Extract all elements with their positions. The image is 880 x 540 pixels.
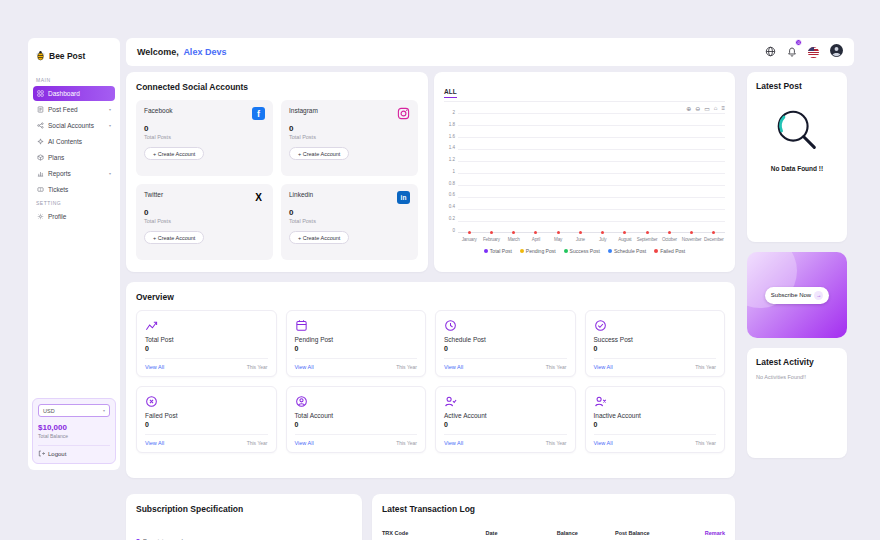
subscribe-banner: Subscribe Now → <box>747 252 847 338</box>
legend-dot <box>484 249 488 253</box>
x-tick: August <box>614 237 636 242</box>
x-tick: March <box>503 237 525 242</box>
user-check-icon <box>444 395 457 408</box>
legend-item[interactable]: Success Post <box>564 248 600 254</box>
total-balance-value: $10,000 <box>38 423 110 432</box>
sidebar-item-label: Reports <box>48 170 71 177</box>
language-flag-icon[interactable] <box>808 47 819 58</box>
magnifier-illustration <box>772 105 822 155</box>
logout-button[interactable]: Logout <box>38 445 110 458</box>
view-all-link[interactable]: View All <box>145 440 164 446</box>
view-all-link[interactable]: View All <box>444 364 463 370</box>
social-accounts-icon <box>37 122 44 129</box>
sidebar-item-post-feed[interactable]: Post Feed ▾ <box>33 102 115 117</box>
app-logo[interactable]: Bee Post <box>33 44 115 74</box>
create-account-button[interactable]: + Create Account <box>289 231 349 244</box>
subscribe-now-button[interactable]: Subscribe Now → <box>765 287 829 304</box>
period-label: This Year <box>247 440 268 446</box>
notifications-button[interactable]: 0 <box>787 43 797 61</box>
sidebar-section-main: MAIN <box>36 77 112 83</box>
selection-icon[interactable]: ▭ <box>704 105 710 112</box>
subscribe-label: Subscribe Now <box>771 292 811 298</box>
sidebar-item-label: Tickets <box>48 186 68 193</box>
y-tick: 0.4 <box>444 205 455 210</box>
period-label: This Year <box>247 364 268 370</box>
col-date: Date <box>486 530 557 536</box>
overview-tile-active-account: Active Account 0 View All This Year <box>435 386 576 453</box>
y-axis: 2 1.8 1.6 1.4 1.2 1 0.8 0.6 0.4 0.2 0 <box>444 111 458 233</box>
sidebar-item-dashboard[interactable]: Dashboard <box>33 86 115 101</box>
user-circle-icon <box>295 395 308 408</box>
instagram-card: Instagram 0 Total Posts + Create Account <box>281 100 418 176</box>
x-tick: February <box>480 237 502 242</box>
view-all-link[interactable]: View All <box>295 364 314 370</box>
home-icon[interactable]: ⌂ <box>714 105 718 112</box>
app-name: Bee Post <box>49 51 85 61</box>
chart-tab-all[interactable]: ALL <box>444 88 457 98</box>
overview-tile-total-account: Total Account 0 View All This Year <box>286 386 427 453</box>
create-account-button[interactable]: + Create Account <box>144 231 204 244</box>
period-label: This Year <box>695 364 716 370</box>
sidebar-item-label: Profile <box>48 213 66 220</box>
linkedin-icon: in <box>397 191 410 204</box>
facebook-card: Facebook f 0 Total Posts + Create Accoun… <box>136 100 273 176</box>
transaction-table-header: TRX Code Date Balance Post Balance Remar… <box>382 530 725 536</box>
post-count: 0 <box>289 124 293 133</box>
create-account-button[interactable]: + Create Account <box>289 147 349 160</box>
legend-item[interactable]: Pending Post <box>520 248 556 254</box>
tickets-icon <box>37 186 44 193</box>
clock-icon <box>444 319 457 332</box>
latest-activity-card: Latest Activity No Activities Found!! <box>747 348 847 458</box>
sidebar-item-plans[interactable]: Plans <box>33 150 115 165</box>
legend-item[interactable]: Failed Post <box>654 248 685 254</box>
legend-item[interactable]: Total Post <box>484 248 512 254</box>
avatar[interactable] <box>830 43 843 61</box>
no-activities-text: No Activities Found!! <box>756 374 838 380</box>
view-all-link[interactable]: View All <box>145 364 164 370</box>
globe-icon[interactable] <box>765 43 776 61</box>
ai-contents-icon <box>37 138 44 145</box>
user-x-icon <box>594 395 607 408</box>
x-tick: January <box>458 237 480 242</box>
overview-card: Overview Total Post 0 View All This Year… <box>126 282 735 478</box>
sidebar-item-social-accounts[interactable]: Social Accounts ▾ <box>33 118 115 133</box>
latest-post-card: Latest Post No Data Found !! <box>747 72 847 242</box>
create-account-button[interactable]: + Create Account <box>144 147 204 160</box>
legend-item[interactable]: Schedule Post <box>608 248 646 254</box>
sidebar: Bee Post MAIN Dashboard Post Feed ▾ Soci… <box>28 38 120 470</box>
total-balance-label: Total Balance <box>38 433 110 439</box>
col-remark: Remark <box>680 530 725 536</box>
bee-icon <box>35 47 46 65</box>
app-root: Bee Post MAIN Dashboard Post Feed ▾ Soci… <box>0 0 880 540</box>
post-count-label: Total Posts <box>289 134 316 140</box>
view-all-link[interactable]: View All <box>444 440 463 446</box>
zoom-in-icon[interactable]: ⊕ <box>686 105 691 112</box>
currency-select[interactable]: USD ▾ <box>38 404 110 417</box>
latest-activity-title: Latest Activity <box>756 357 838 367</box>
y-tick: 1.2 <box>444 158 455 163</box>
sidebar-item-ai-contents[interactable]: AI Contents <box>33 134 115 149</box>
view-all-link[interactable]: View All <box>594 364 613 370</box>
currency-value: USD <box>43 408 55 414</box>
zoom-out-icon[interactable]: ⊖ <box>695 105 700 112</box>
legend-dot <box>654 249 658 253</box>
sidebar-item-label: AI Contents <box>48 138 82 145</box>
plot-area[interactable] <box>458 113 725 233</box>
platform-name: Linkedin <box>289 191 313 198</box>
check-circle-icon <box>594 319 607 332</box>
overview-tile-pending-post: Pending Post 0 View All This Year <box>286 310 427 377</box>
sidebar-item-profile[interactable]: Profile <box>33 209 115 224</box>
view-all-link[interactable]: View All <box>594 440 613 446</box>
wallet-card: USD ▾ $10,000 Total Balance Logout <box>32 398 116 464</box>
menu-icon[interactable]: ≡ <box>721 105 725 112</box>
logout-label: Logout <box>48 451 66 457</box>
twitter-x-icon: X <box>252 191 265 204</box>
username-text: Alex Devs <box>183 47 226 57</box>
sidebar-nav: Dashboard Post Feed ▾ Social Accounts ▾ … <box>33 86 115 197</box>
x-tick: July <box>592 237 614 242</box>
y-tick: 0.2 <box>444 217 455 222</box>
view-all-link[interactable]: View All <box>295 440 314 446</box>
sidebar-item-tickets[interactable]: Tickets <box>33 182 115 197</box>
sidebar-item-reports[interactable]: Reports ▾ <box>33 166 115 181</box>
overview-tile-schedule-post: Schedule Post 0 View All This Year <box>435 310 576 377</box>
